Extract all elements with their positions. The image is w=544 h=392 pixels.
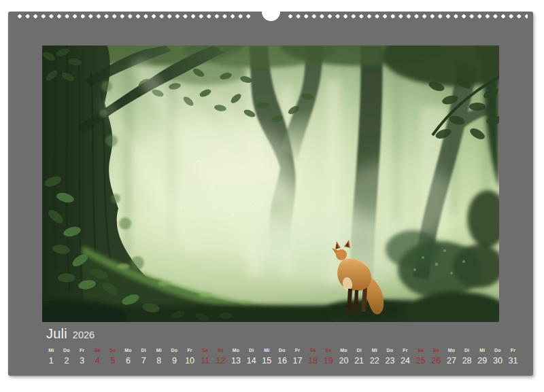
weekday-label: Fr bbox=[74, 347, 90, 353]
day-cell: Do16 bbox=[275, 347, 290, 366]
weekday-label: Mi bbox=[151, 347, 167, 353]
weekday-label: Do bbox=[382, 347, 398, 353]
day-number: 21 bbox=[352, 356, 367, 366]
day-cell: Sa18 bbox=[305, 347, 321, 366]
day-number: 26 bbox=[428, 356, 444, 366]
weekday-label: Mo bbox=[336, 347, 352, 353]
weekday-label: Do bbox=[275, 347, 290, 353]
weekday-label: Mi bbox=[367, 347, 382, 353]
weekday-label: Do bbox=[59, 347, 75, 353]
day-number: 25 bbox=[413, 356, 428, 366]
day-cell: Mi15 bbox=[259, 347, 275, 366]
day-cell: Di28 bbox=[459, 347, 475, 366]
day-cell: Di7 bbox=[136, 347, 152, 366]
day-cell: Mi8 bbox=[151, 347, 167, 366]
day-number: 15 bbox=[259, 356, 275, 366]
day-number: 18 bbox=[305, 356, 321, 366]
weekday-label: Fr bbox=[290, 347, 305, 353]
day-number: 12 bbox=[213, 356, 228, 366]
weekday-label: Mo bbox=[444, 347, 460, 353]
weekday-label: Di bbox=[243, 347, 259, 353]
weekday-label: Mi bbox=[475, 347, 490, 353]
day-cell: Di21 bbox=[352, 347, 367, 366]
day-number: 7 bbox=[136, 356, 152, 366]
weekday-label: Fr bbox=[398, 347, 413, 353]
day-number: 27 bbox=[444, 356, 460, 366]
day-number: 24 bbox=[398, 356, 413, 366]
day-number: 13 bbox=[228, 356, 244, 366]
day-cell: Sa11 bbox=[197, 347, 213, 366]
binding-holes-left bbox=[18, 14, 253, 19]
weekday-label: Sa bbox=[305, 347, 321, 353]
weekday-label: Di bbox=[136, 347, 152, 353]
day-cell: Do2 bbox=[59, 347, 75, 366]
day-cell: Fr31 bbox=[505, 347, 521, 366]
day-number: 30 bbox=[490, 356, 506, 366]
day-number: 23 bbox=[382, 356, 398, 366]
day-cell: Fr17 bbox=[290, 347, 305, 366]
day-number: 8 bbox=[151, 356, 167, 366]
calendar-artwork bbox=[42, 46, 499, 322]
binding-holes-right bbox=[288, 14, 528, 19]
weekday-label: Do bbox=[490, 347, 506, 353]
weekday-label: Mi bbox=[44, 347, 59, 353]
day-number: 6 bbox=[120, 356, 136, 366]
month-title: Juli bbox=[46, 326, 67, 342]
weekday-label: So bbox=[428, 347, 444, 353]
day-cell: Mi29 bbox=[475, 347, 490, 366]
weekday-label: Sa bbox=[413, 347, 428, 353]
weekday-label: So bbox=[213, 347, 228, 353]
weekday-label: Fr bbox=[182, 347, 198, 353]
day-number: 14 bbox=[243, 356, 259, 366]
weekday-label: Di bbox=[352, 347, 367, 353]
day-cell: Mo27 bbox=[444, 347, 460, 366]
day-cell: So19 bbox=[321, 347, 337, 366]
day-number: 9 bbox=[167, 356, 182, 366]
day-cell: Do23 bbox=[382, 347, 398, 366]
day-cell: Do9 bbox=[167, 347, 182, 366]
weekday-label: Mi bbox=[259, 347, 275, 353]
day-number: 16 bbox=[275, 356, 290, 366]
day-number: 1 bbox=[44, 356, 59, 366]
day-cell: Sa4 bbox=[90, 347, 105, 366]
day-number: 20 bbox=[336, 356, 352, 366]
weekday-label: Do bbox=[167, 347, 182, 353]
day-number: 28 bbox=[459, 356, 475, 366]
day-number: 4 bbox=[90, 356, 105, 366]
day-cell: Mo6 bbox=[120, 347, 136, 366]
day-cell: So12 bbox=[213, 347, 228, 366]
weekday-label: Sa bbox=[90, 347, 105, 353]
day-number: 3 bbox=[74, 356, 90, 366]
days-row: Mi1Do2Fr3Sa4So5Mo6Di7Mi8Do9Fr10Sa11So12M… bbox=[44, 347, 521, 366]
day-number: 22 bbox=[367, 356, 382, 366]
hanger-notch bbox=[262, 3, 280, 21]
day-cell: So5 bbox=[105, 347, 121, 366]
day-cell: Mo20 bbox=[336, 347, 352, 366]
day-cell: Fr3 bbox=[74, 347, 90, 366]
weekday-label: So bbox=[105, 347, 121, 353]
weekday-label: So bbox=[321, 347, 337, 353]
day-number: 17 bbox=[290, 356, 305, 366]
day-cell: Fr10 bbox=[182, 347, 198, 366]
weekday-label: Mo bbox=[120, 347, 136, 353]
weekday-label: Sa bbox=[197, 347, 213, 353]
day-cell: Mi1 bbox=[44, 347, 59, 366]
calendar-card: Juli 2026 Mi1Do2Fr3Sa4So5Mo6Di7Mi8Do9Fr1… bbox=[8, 12, 533, 376]
day-cell: Mo13 bbox=[228, 347, 244, 366]
day-number: 31 bbox=[505, 356, 521, 366]
day-number: 19 bbox=[321, 356, 337, 366]
day-number: 5 bbox=[105, 356, 121, 366]
day-cell: Do30 bbox=[490, 347, 506, 366]
day-cell: Sa25 bbox=[413, 347, 428, 366]
day-cell: Mi22 bbox=[367, 347, 382, 366]
day-number: 29 bbox=[475, 356, 490, 366]
weekday-label: Di bbox=[459, 347, 475, 353]
forest-fox-illustration bbox=[42, 46, 499, 322]
weekday-label: Fr bbox=[505, 347, 521, 353]
day-cell: So26 bbox=[428, 347, 444, 366]
day-number: 11 bbox=[197, 356, 213, 366]
day-number: 2 bbox=[59, 356, 75, 366]
calendar-title: Juli 2026 bbox=[46, 326, 95, 342]
weekday-label: Mo bbox=[228, 347, 244, 353]
day-cell: Di14 bbox=[243, 347, 259, 366]
